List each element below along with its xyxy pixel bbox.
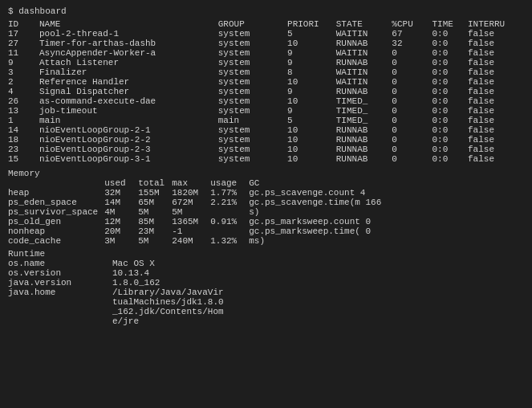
thread-interruptible: false: [468, 77, 524, 87]
mem-row-usage: [210, 207, 249, 217]
thread-interruptible: false: [468, 135, 524, 145]
thread-priority: 10: [287, 96, 336, 106]
thread-name: Attach Listener: [39, 58, 218, 67]
memory-row: nonheap 20M 23M -1 gc.ps_marksweep.time(…: [8, 226, 388, 236]
table-row: 15 nioEventLoopGroup-3-1 system 10 RUNNA…: [8, 154, 524, 164]
thread-state: TIMED_: [336, 96, 392, 106]
runtime-key: java.home: [8, 288, 112, 326]
thread-interruptible: false: [468, 154, 524, 164]
mem-col-max: max: [172, 178, 210, 188]
thread-interruptible: false: [468, 48, 524, 58]
mem-row-used: 4M: [104, 207, 138, 217]
runtime-section-header: Runtime: [8, 249, 524, 259]
mem-row-max: 240M: [172, 236, 210, 246]
mem-row-max: 1820M: [172, 188, 210, 198]
col-header-state: STATE: [336, 19, 392, 29]
thread-name: job-timeout: [39, 106, 218, 116]
mem-row-usage: 0.91%: [210, 217, 249, 226]
thread-time: 0:0: [432, 145, 468, 154]
thread-id: 18: [8, 135, 39, 145]
thread-interruptible: false: [468, 39, 524, 48]
thread-time: 0:0: [432, 29, 468, 39]
thread-priority: 10: [287, 39, 336, 48]
thread-cpu: 0: [392, 58, 432, 67]
thread-cpu: 67: [392, 29, 432, 39]
memory-row: heap 32M 155M 1820M 1.77% gc.ps_scavenge…: [8, 188, 388, 198]
thread-state: TIMED_: [336, 106, 392, 116]
col-header-id: ID: [8, 19, 39, 29]
table-row: 13 job-timeout system 9 TIMED_ 0 0:0 fal…: [8, 106, 524, 116]
thread-interruptible: false: [468, 125, 524, 135]
mem-col-total: total: [138, 178, 172, 188]
thread-interruptible: false: [468, 29, 524, 39]
col-header-cpu: %CPU: [392, 19, 432, 29]
runtime-table: os.name Mac OS X os.version 10.13.4 java…: [8, 259, 224, 326]
thread-time: 0:0: [432, 125, 468, 135]
mem-row-total: 5M: [138, 236, 172, 246]
thread-id: 14: [8, 125, 39, 135]
runtime-row: os.version 10.13.4: [8, 268, 224, 278]
memory-table: used total max usage GC heap 32M 155M 18…: [8, 178, 388, 246]
thread-priority: 9: [287, 106, 336, 116]
table-row: 3 Finalizer system 8 WAITIN 0 0:0 false: [8, 67, 524, 77]
thread-interruptible: false: [468, 145, 524, 154]
thread-time: 0:0: [432, 67, 468, 77]
mem-row-name: nonheap: [8, 226, 104, 236]
thread-time: 0:0: [432, 39, 468, 48]
thread-group: system: [218, 39, 287, 48]
table-row: 11 AsyncAppender-Worker-a system 9 WAITI…: [8, 48, 524, 58]
mem-row-gc: gc.ps_marksweep.time( 0: [249, 226, 388, 236]
thread-cpu: 0: [392, 106, 432, 116]
table-row: 26 as-command-execute-dae system 10 TIME…: [8, 96, 524, 106]
mem-row-usage: [210, 226, 249, 236]
runtime-section: Runtime os.name Mac OS X os.version 10.1…: [8, 249, 524, 326]
runtime-key: os.name: [8, 259, 112, 268]
thread-priority: 10: [287, 135, 336, 145]
mem-row-total: 23M: [138, 226, 172, 236]
mem-row-total: 155M: [138, 188, 172, 198]
table-row: 14 nioEventLoopGroup-2-1 system 10 RUNNA…: [8, 125, 524, 135]
thread-group: system: [218, 87, 287, 96]
table-row: 9 Attach Listener system 9 RUNNAB 0 0:0 …: [8, 58, 524, 67]
mem-row-gc: gc.ps_scavenge.time(m 166: [249, 198, 388, 207]
mem-row-name: ps_survivor_space: [8, 207, 104, 217]
runtime-row: java.home /Library/Java/JavaVirtualMachi…: [8, 288, 224, 326]
mem-col-name: [8, 178, 104, 188]
mem-row-used: 32M: [104, 188, 138, 198]
thread-id: 17: [8, 29, 39, 39]
memory-row: ps_survivor_space 4M 5M 5M s): [8, 207, 388, 217]
mem-row-gc: ms): [249, 236, 388, 246]
thread-time: 0:0: [432, 48, 468, 58]
mem-row-usage: 1.32%: [210, 236, 249, 246]
mem-col-used: used: [104, 178, 138, 188]
runtime-row: java.version 1.8.0_162: [8, 278, 224, 288]
thread-time: 0:0: [432, 77, 468, 87]
mem-row-used: 14M: [104, 198, 138, 207]
thread-cpu: 0: [392, 67, 432, 77]
thread-state: TIMED_: [336, 116, 392, 125]
mem-row-gc: gc.ps_marksweep.count 0: [249, 217, 388, 226]
runtime-key: java.version: [8, 278, 112, 288]
table-row: 1 main main 5 TIMED_ 0 0:0 false: [8, 116, 524, 125]
thread-cpu: 0: [392, 96, 432, 106]
thread-state: WAITIN: [336, 67, 392, 77]
table-row: 23 nioEventLoopGroup-2-3 system 10 RUNNA…: [8, 145, 524, 154]
thread-state: RUNNAB: [336, 135, 392, 145]
thread-name: nioEventLoopGroup-3-1: [39, 154, 218, 164]
memory-section-header: Memory: [8, 169, 524, 178]
runtime-value: 1.8.0_162: [112, 278, 224, 288]
mem-row-name: code_cache: [8, 236, 104, 246]
mem-row-max: 672M: [172, 198, 210, 207]
thread-priority: 9: [287, 87, 336, 96]
thread-priority: 10: [287, 77, 336, 87]
thread-group: system: [218, 67, 287, 77]
runtime-value: 10.13.4: [112, 268, 224, 278]
memory-row: ps_eden_space 14M 65M 672M 2.21% gc.ps_s…: [8, 198, 388, 207]
thread-priority: 9: [287, 58, 336, 67]
col-header-name: NAME: [39, 19, 218, 29]
runtime-row: os.name Mac OS X: [8, 259, 224, 268]
mem-row-gc: s): [249, 207, 388, 217]
thread-group: system: [218, 77, 287, 87]
thread-priority: 5: [287, 29, 336, 39]
thread-group: system: [218, 96, 287, 106]
